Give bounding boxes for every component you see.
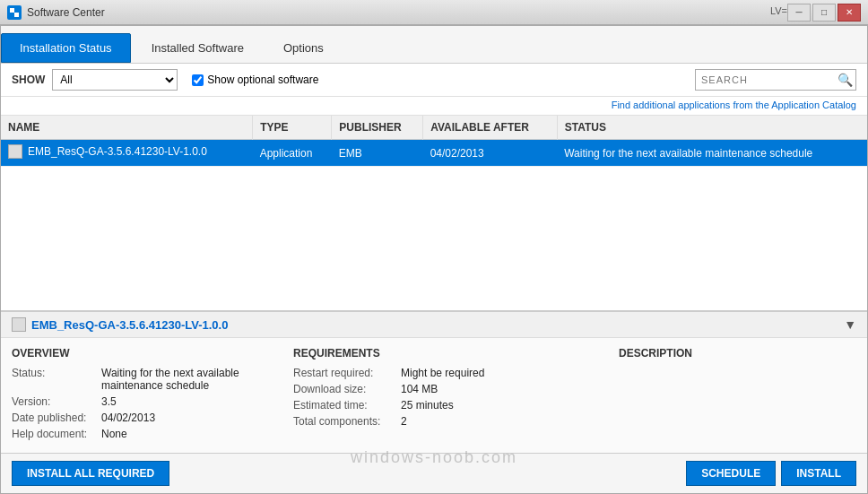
title-bar: Software Center LV= ─ □ ✕ <box>0 0 868 25</box>
row-app-icon <box>8 144 22 159</box>
detail-download-label: Download size: <box>293 383 401 395</box>
title-bar-controls: ─ □ ✕ <box>787 4 861 22</box>
detail-restart-label: Restart required: <box>293 367 401 379</box>
details-body: OVERVIEW Status: Waiting for the next av… <box>1 338 867 453</box>
detail-components-value: 2 <box>401 415 407 428</box>
requirements-section-title: REQUIREMENTS <box>293 347 601 360</box>
col-publisher: PUBLISHER <box>332 116 423 140</box>
minimize-button[interactable]: ─ <box>787 4 811 22</box>
close-button[interactable]: ✕ <box>838 4 861 22</box>
description-section-title: DESCRIPTION <box>619 347 838 360</box>
bottom-bar: INSTALL ALL REQUIRED SCHEDULE INSTALL <box>1 453 867 493</box>
description-section: DESCRIPTION <box>619 347 856 444</box>
detail-help-row: Help document: None <box>12 428 275 440</box>
show-select[interactable]: All Required Optional <box>52 69 178 91</box>
detail-date-value: 04/02/2013 <box>101 412 155 424</box>
detail-restart-row: Restart required: Might be required <box>293 367 601 379</box>
detail-components-row: Total components: 2 <box>293 415 601 428</box>
detail-version-row: Version: 3.5 <box>12 395 275 408</box>
right-buttons: SCHEDULE INSTALL <box>686 461 856 486</box>
tab-options[interactable]: Options <box>265 33 343 63</box>
col-available-after: AVAILABLE AFTER <box>423 116 558 140</box>
details-app-icon <box>12 317 26 332</box>
details-title-area: EMB_ResQ-GA-3.5.6.41230-LV-1.0.0 <box>12 317 228 332</box>
table-container: NAME TYPE PUBLISHER AVAILABLE AFTER STAT… <box>1 116 867 310</box>
detail-help-label: Help document: <box>12 428 101 440</box>
optional-software-checkbox-area: Show optional software <box>192 74 318 86</box>
detail-version-value: 3.5 <box>101 395 117 408</box>
tab-bar: Installation Status Installed Software O… <box>1 26 867 64</box>
details-panel: EMB_ResQ-GA-3.5.6.41230-LV-1.0.0 ▼ OVERV… <box>1 310 867 453</box>
cell-publisher: EMB <box>332 140 423 167</box>
catalog-link[interactable]: Find additional applications from the Ap… <box>612 100 856 110</box>
cell-available-after: 04/02/2013 <box>423 140 558 167</box>
app-icon <box>7 5 22 20</box>
details-title-text: EMB_ResQ-GA-3.5.6.41230-LV-1.0.0 <box>31 318 228 332</box>
details-header: EMB_ResQ-GA-3.5.6.41230-LV-1.0.0 ▼ <box>1 312 867 338</box>
main-window: Installation Status Installed Software O… <box>0 25 868 494</box>
detail-status-value: Waiting for the next available maintenan… <box>101 367 275 392</box>
cell-name: EMB_ResQ-GA-3.5.6.41230-LV-1.0.0 <box>1 140 253 167</box>
optional-software-checkbox[interactable] <box>192 74 204 86</box>
detail-components-label: Total components: <box>293 415 401 428</box>
search-area: 🔍 <box>695 69 856 91</box>
detail-time-label: Estimated time: <box>293 399 401 412</box>
lv-text: LV= <box>770 5 787 16</box>
tab-installed-software[interactable]: Installed Software <box>133 33 263 63</box>
collapse-icon[interactable]: ▼ <box>844 317 856 332</box>
overview-section: OVERVIEW Status: Waiting for the next av… <box>12 347 293 444</box>
detail-download-value: 104 MB <box>401 383 438 395</box>
col-type: TYPE <box>253 116 332 140</box>
detail-version-label: Version: <box>12 395 101 408</box>
install-all-required-button[interactable]: INSTALL ALL REQUIRED <box>12 461 169 486</box>
catalog-link-row: Find additional applications from the Ap… <box>1 97 867 116</box>
detail-date-label: Date published: <box>12 412 101 424</box>
cell-status: Waiting for the next available maintenan… <box>557 140 867 167</box>
search-input[interactable] <box>695 69 856 91</box>
detail-time-value: 25 minutes <box>401 399 454 412</box>
cell-type: Application <box>253 140 332 167</box>
search-button[interactable]: 🔍 <box>838 73 853 87</box>
svg-rect-1 <box>14 13 19 17</box>
detail-restart-value: Might be required <box>401 367 484 379</box>
table-header-row: NAME TYPE PUBLISHER AVAILABLE AFTER STAT… <box>1 116 867 140</box>
detail-time-row: Estimated time: 25 minutes <box>293 399 601 412</box>
detail-help-value: None <box>101 428 127 440</box>
col-status: STATUS <box>557 116 867 140</box>
schedule-button[interactable]: SCHEDULE <box>686 461 776 486</box>
col-name: NAME <box>1 116 253 140</box>
title-bar-left: Software Center <box>7 5 105 20</box>
detail-date-row: Date published: 04/02/2013 <box>12 412 275 424</box>
requirements-section: REQUIREMENTS Restart required: Might be … <box>293 347 619 444</box>
overview-section-title: OVERVIEW <box>12 347 275 360</box>
restore-button[interactable]: □ <box>812 4 836 22</box>
toolbar: SHOW All Required Optional Show optional… <box>1 64 867 97</box>
optional-software-label: Show optional software <box>207 74 318 86</box>
svg-rect-0 <box>10 8 14 13</box>
detail-status-row: Status: Waiting for the next available m… <box>12 367 275 392</box>
detail-status-label: Status: <box>12 367 101 392</box>
detail-download-row: Download size: 104 MB <box>293 383 601 395</box>
install-button[interactable]: INSTALL <box>781 461 856 486</box>
software-table: NAME TYPE PUBLISHER AVAILABLE AFTER STAT… <box>1 116 867 167</box>
show-label: SHOW <box>12 74 45 86</box>
tab-installation-status[interactable]: Installation Status <box>1 33 131 63</box>
table-row[interactable]: EMB_ResQ-GA-3.5.6.41230-LV-1.0.0 Applica… <box>1 140 867 167</box>
window-title: Software Center <box>27 6 105 19</box>
